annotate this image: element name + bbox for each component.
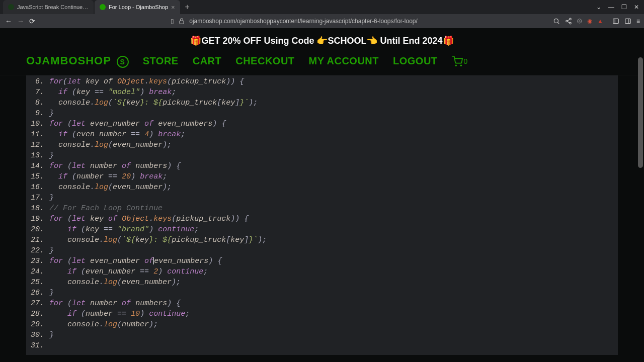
code-text: for (let even_number ofeven_numbers) { <box>49 256 222 266</box>
code-line[interactable]: 13.} <box>26 150 618 161</box>
svg-rect-8 <box>613 19 619 23</box>
minimize-icon[interactable]: — <box>608 4 614 11</box>
back-button[interactable]: ← <box>5 17 12 25</box>
new-tab-button[interactable]: + <box>181 0 194 14</box>
shield-icon[interactable]: ◉ <box>587 18 592 25</box>
rss-icon[interactable]: ⦾ <box>577 18 582 25</box>
svg-line-6 <box>568 20 570 21</box>
code-line[interactable]: 18.// For Each Loop Continue <box>26 203 618 214</box>
cart-count: 0 <box>464 57 468 65</box>
line-number: 24. <box>26 266 49 277</box>
browser-toolbar: ← → ⟳ ▯ ojamboshop.com/ojamboshoppaycont… <box>0 14 644 28</box>
code-line[interactable]: 14.for (let number of numbers) { <box>26 161 618 171</box>
browser-tab-bar: JavaScript Break Continue Loo… For Loop … <box>0 0 644 14</box>
code-text: if (number == 20) break; <box>49 171 167 182</box>
sidebar-left-icon[interactable] <box>612 18 619 25</box>
reload-button[interactable]: ⟳ <box>29 17 35 25</box>
code-line[interactable]: 17.} <box>26 193 618 203</box>
nav-logout[interactable]: LOGOUT <box>393 55 438 67</box>
reader-mode-icon[interactable]: ▯ <box>171 18 174 25</box>
nav-cart[interactable]: CART <box>193 55 222 67</box>
svg-line-2 <box>557 22 559 24</box>
code-text: } <box>49 288 54 298</box>
code-text: for(let key of Object.keys(pickup_truck)… <box>49 76 244 87</box>
code-line[interactable]: 16. console.log(even_number); <box>26 182 618 193</box>
window-controls: ⌄ — ❐ ✕ <box>596 0 644 14</box>
svg-point-13 <box>460 65 461 66</box>
code-text: } <box>49 193 54 203</box>
nav-checkout[interactable]: CHECKOUT <box>235 55 294 67</box>
line-number: 13. <box>26 150 49 161</box>
code-text: for (let key of Object.keys(pickup_truck… <box>49 214 249 224</box>
menu-icon[interactable]: ≡ <box>636 18 639 25</box>
code-line[interactable]: 29. console.log(number); <box>26 319 618 330</box>
code-line[interactable]: 9.} <box>26 108 618 119</box>
svg-point-4 <box>566 20 568 22</box>
chevron-down-icon[interactable]: ⌄ <box>596 4 601 11</box>
line-number: 16. <box>26 182 49 193</box>
browser-tab-inactive[interactable]: JavaScript Break Continue Loo… <box>3 0 94 14</box>
tab-title: JavaScript Break Continue Loo… <box>17 4 89 10</box>
extension-icon[interactable]: ▲ <box>597 18 603 25</box>
zoom-icon[interactable] <box>553 18 560 25</box>
nav-account[interactable]: MY ACCOUNT <box>309 55 379 67</box>
scrollbar-thumb[interactable] <box>638 57 643 168</box>
code-block[interactable]: 6.for(let key of Object.keys(pickup_truc… <box>26 75 618 355</box>
line-number: 7. <box>26 87 49 98</box>
sidebar-right-icon[interactable] <box>624 18 631 25</box>
line-number: 26. <box>26 288 49 298</box>
code-line[interactable]: 21. console.log(`${key}: ${pickup_truck[… <box>26 235 618 245</box>
code-line[interactable]: 20. if (key == "brand") continue; <box>26 224 618 235</box>
favicon-icon <box>100 4 106 10</box>
promo-text: 🎁GET 20% OFF Using Code 👉SCHOOL👈 Until E… <box>190 36 453 46</box>
svg-point-3 <box>570 18 572 20</box>
line-number: 27. <box>26 298 49 309</box>
code-text: } <box>49 108 54 119</box>
code-text: } <box>49 245 54 256</box>
code-line[interactable]: 10.for (let even_number of even_numbers)… <box>26 119 618 129</box>
code-line[interactable]: 24. if (even_number == 2) continue; <box>26 266 618 277</box>
line-number: 23. <box>26 256 49 266</box>
line-number: 21. <box>26 235 49 245</box>
code-line[interactable]: 27.for (let number of numbers) { <box>26 298 618 309</box>
code-line[interactable]: 30.} <box>26 330 618 340</box>
line-number: 19. <box>26 214 49 224</box>
line-number: 20. <box>26 224 49 235</box>
code-line[interactable]: 15. if (number == 20) break; <box>26 171 618 182</box>
svg-point-12 <box>455 65 456 66</box>
code-line[interactable]: 31. <box>26 340 618 351</box>
code-line[interactable]: 22.} <box>26 245 618 256</box>
favicon-icon <box>8 4 14 10</box>
code-line[interactable]: 11. if (even_number == 4) break; <box>26 129 618 140</box>
cart-icon <box>452 56 463 67</box>
address-bar[interactable]: ▯ ojamboshop.com/ojamboshoppaycontent/le… <box>40 18 548 25</box>
brand-logo[interactable]: OJAMBOSHOP S <box>26 54 129 68</box>
code-text: if (even_number == 4) break; <box>49 129 185 140</box>
nav-store[interactable]: STORE <box>143 55 179 67</box>
main-nav: OJAMBOSHOP S STORE CART CHECKOUT MY ACCO… <box>0 50 644 75</box>
code-line[interactable]: 6.for(let key of Object.keys(pickup_truc… <box>26 76 618 87</box>
toolbar-end-icons: ≡ <box>612 18 639 25</box>
code-line[interactable]: 23.for (let even_number ofeven_numbers) … <box>26 256 618 266</box>
share-icon[interactable] <box>565 18 572 25</box>
brand-logo-icon: S <box>117 56 129 68</box>
cart-button[interactable]: 0 <box>452 56 468 67</box>
code-line[interactable]: 28. if (number == 10) continue; <box>26 309 618 319</box>
maximize-icon[interactable]: ❐ <box>621 4 627 11</box>
line-number: 28. <box>26 309 49 319</box>
forward-button[interactable]: → <box>17 17 24 25</box>
close-window-icon[interactable]: ✕ <box>634 4 639 11</box>
code-line[interactable]: 26.} <box>26 288 618 298</box>
svg-point-1 <box>554 19 558 23</box>
code-text: if (key == "model") break; <box>49 87 176 98</box>
code-text: if (even_number == 2) continue; <box>49 266 208 277</box>
code-line[interactable]: 12. console.log(even_number); <box>26 140 618 150</box>
code-line[interactable]: 7. if (key == "model") break; <box>26 87 618 98</box>
code-line[interactable]: 19.for (let key of Object.keys(pickup_tr… <box>26 214 618 224</box>
code-line[interactable]: 8. console.log(`S{key}: ${pickup_truck[k… <box>26 98 618 108</box>
svg-rect-0 <box>180 21 184 24</box>
browser-tab-active[interactable]: For Loop - OjamboShop × <box>95 0 180 14</box>
code-line[interactable]: 25. console.log(even_number); <box>26 277 618 288</box>
close-tab-icon[interactable]: × <box>171 4 175 11</box>
code-text: if (key == "brand") continue; <box>49 224 199 235</box>
